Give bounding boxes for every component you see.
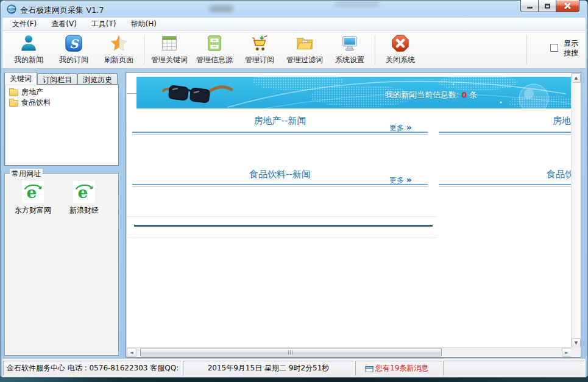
show-search-label-line2: 搜搜	[564, 49, 578, 57]
ie-icon: e	[24, 183, 42, 201]
section-real-estate-title: 房地产--新闻	[132, 115, 428, 127]
toolbar-system-settings-button[interactable]: 系统设置	[327, 31, 372, 68]
news-count-prefix: 我的新闻当前信息数:	[385, 90, 459, 99]
refresh-star-icon	[110, 34, 128, 52]
section-underline	[439, 184, 572, 187]
minimize-icon	[527, 7, 533, 9]
tree-item-real-estate[interactable]: 房地产	[5, 87, 118, 97]
keywords-table-icon	[160, 34, 179, 52]
vertical-scrollbar[interactable]: ▲ ▼	[571, 73, 580, 348]
horizontal-scroll-thumb[interactable]	[140, 348, 442, 356]
toolbar-label: 关闭系统	[386, 55, 415, 65]
news-count-text: 我的新闻当前信息数:0条	[385, 90, 477, 101]
maximize-button[interactable]	[539, 0, 556, 12]
toolbar-separator	[375, 35, 375, 65]
status-service-info: 金石软件服务中心 电话 : 0576-81622303 客服QQ:	[3, 361, 182, 376]
toolbar-close-system-button[interactable]: 关闭系统	[378, 31, 423, 68]
favorite-label: 东方财富网	[7, 205, 58, 216]
scrollbar-corner	[571, 347, 580, 356]
toolbar-manage-subscriptions-button[interactable]: 管理订阅	[237, 31, 282, 68]
clipped-section-title: 房地产--新闻	[553, 115, 572, 127]
clipped-section-title: 食品饮料--新闻	[547, 169, 572, 180]
status-empty-panel	[443, 361, 584, 376]
favorite-tile: e	[22, 181, 44, 203]
tree-item-label: 房地产	[21, 87, 43, 97]
footer-rule	[126, 238, 436, 238]
toolbar-manage-sources-button[interactable]: 管理信息源	[192, 31, 237, 68]
toolbar-manage-filters-button[interactable]: 管理过滤词	[282, 31, 327, 68]
close-icon	[564, 2, 572, 10]
scroll-right-arrow[interactable]: ►	[562, 348, 572, 357]
scroll-up-arrow[interactable]: ▲	[572, 73, 581, 83]
toolbar-my-news-button[interactable]: 我的新闻	[6, 31, 51, 68]
favorites-title: 常用网址	[10, 169, 43, 179]
toolbar-separator	[526, 35, 527, 65]
window-title: 金石极速网页采集 V1.7	[20, 5, 104, 16]
scroll-left-arrow[interactable]: ◄	[127, 348, 136, 357]
toolbar-label: 我的订阅	[59, 55, 88, 65]
status-datetime: 2015年9月15日 星期二 9时2分51秒	[183, 361, 354, 376]
titlebar[interactable]: 金石极速网页采集 V1.7	[1, 1, 587, 18]
menu-help[interactable]: 帮助(H)	[125, 17, 165, 31]
section-underline	[439, 132, 572, 135]
settings-monitor-icon	[341, 34, 359, 52]
tree-item-label: 食品饮料	[21, 97, 51, 108]
toolbar-label: 刷新页面	[104, 55, 133, 65]
scroll-thumb-grip	[288, 350, 294, 355]
tab-browse-history[interactable]: 浏览历史	[77, 73, 118, 85]
footer-rule	[127, 216, 436, 217]
menu-tools[interactable]: 工具(T)	[85, 17, 125, 31]
ie-icon: e	[75, 183, 93, 201]
status-new-messages[interactable]: 您有19条新消息	[355, 361, 442, 376]
double-chevron-icon: »	[406, 122, 412, 132]
menubar: 文件(F) 查看(V) 工具(T) 帮助(H)	[2, 18, 586, 31]
show-search-label: 显示 搜搜	[564, 38, 578, 58]
new-message-window-icon	[364, 364, 374, 373]
user-icon	[19, 34, 38, 52]
menu-view[interactable]: 查看(V)	[45, 17, 85, 31]
close-button[interactable]	[556, 0, 579, 12]
news-count-suffix: 条	[469, 90, 477, 99]
subscription-icon: S	[65, 34, 83, 52]
news-banner: 我的新闻当前信息数:0条	[136, 77, 572, 108]
tab-keywords[interactable]: 关键词	[4, 72, 37, 85]
new-messages-text: 您有19条新消息	[375, 363, 428, 373]
svg-text:S: S	[69, 37, 79, 51]
favorite-eastmoney[interactable]: e 东方财富网	[7, 181, 58, 216]
toolbar-label: 系统设置	[335, 55, 364, 65]
glasses-image	[162, 82, 235, 105]
toolbar-label: 管理关键词	[151, 55, 188, 65]
news-content-panel: 我的新闻当前信息数:0条 房地产--新闻 更多 » 房地产--新闻 食品饮料--…	[126, 72, 581, 358]
app-window: 金石极速网页采集 V1.7 文件(F) 查看(V) 工具(T) 帮助(H) 我的…	[0, 0, 588, 378]
titlebar-glass-reflection	[335, 1, 380, 7]
toolbar-manage-keywords-button[interactable]: 管理关键词	[147, 31, 192, 68]
more-label: 更多	[389, 176, 404, 185]
section-real-estate-title-right-column: 房地产--新闻	[439, 115, 572, 127]
shutdown-icon	[391, 34, 409, 52]
news-count-value: 0	[459, 90, 469, 99]
tab-subscription-columns[interactable]: 订阅栏目	[37, 73, 77, 85]
section-underline	[132, 132, 428, 135]
toolbar: 我的新闻 S 我的订阅 刷新页面 管理关键词 管理信息源	[2, 31, 586, 69]
toolbar-label: 我的新闻	[14, 55, 43, 65]
favorites-groupbox: 常用网址 e 东方财富网 e 新浪财经	[4, 173, 119, 356]
horizontal-scrollbar[interactable]: ◄ ►	[127, 347, 572, 356]
toolbar-label: 管理过滤词	[286, 55, 323, 65]
statusbar: 金石软件服务中心 电话 : 0576-81622303 客服QQ: 2015年9…	[2, 358, 586, 377]
keyword-tree: 房地产 食品饮料	[4, 84, 119, 166]
toolbar-separator	[144, 35, 144, 65]
menu-file[interactable]: 文件(F)	[6, 17, 45, 31]
favorite-tile: e	[73, 181, 95, 203]
minimize-button[interactable]	[520, 0, 539, 12]
folder-icon	[9, 90, 18, 96]
section-food-beverage-title-right-column: 食品饮料--新闻	[439, 169, 572, 180]
tree-item-food-beverage[interactable]: 食品饮料	[5, 97, 118, 108]
folder-icon	[9, 100, 18, 107]
show-search-checkbox[interactable]	[550, 44, 558, 52]
window-controls	[520, 0, 579, 12]
show-search-toggle: 显示 搜搜	[550, 38, 578, 58]
toolbar-my-subscriptions-button[interactable]: S 我的订阅	[51, 31, 96, 68]
favorite-sina-finance[interactable]: e 新浪财经	[58, 181, 110, 216]
toolbar-refresh-button[interactable]: 刷新页面	[96, 31, 141, 68]
scroll-down-arrow[interactable]: ▼	[572, 338, 581, 348]
